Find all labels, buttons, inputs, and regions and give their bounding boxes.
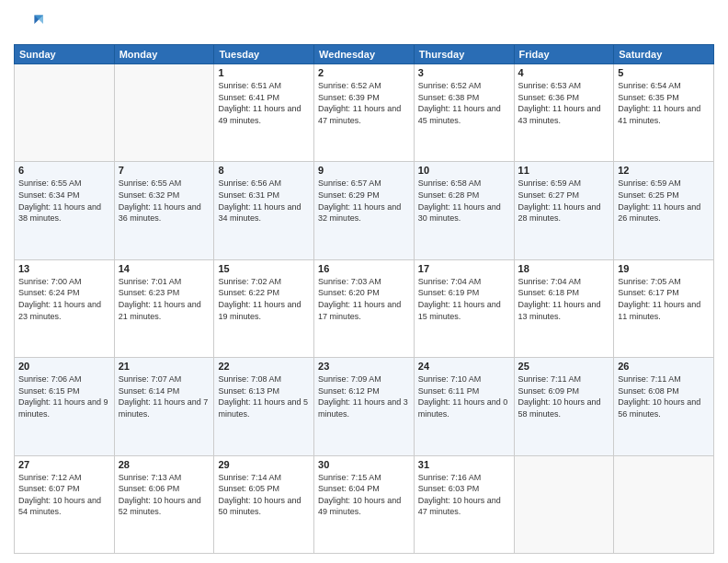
day-info: Sunrise: 6:53 AM Sunset: 6:36 PM Dayligh… (518, 80, 610, 126)
day-info: Sunrise: 7:11 AM Sunset: 6:09 PM Dayligh… (518, 373, 610, 419)
calendar-cell (614, 455, 714, 553)
calendar-cell: 9Sunrise: 6:57 AM Sunset: 6:29 PM Daylig… (314, 162, 415, 259)
calendar-cell: 4Sunrise: 6:53 AM Sunset: 6:36 PM Daylig… (514, 64, 614, 162)
day-number: 8 (218, 165, 310, 176)
day-number: 6 (18, 165, 110, 176)
calendar-cell (15, 64, 115, 162)
day-info: Sunrise: 6:59 AM Sunset: 6:27 PM Dayligh… (518, 178, 610, 224)
calendar-cell: 30Sunrise: 7:15 AM Sunset: 6:04 PM Dayli… (314, 455, 415, 553)
day-info: Sunrise: 6:52 AM Sunset: 6:38 PM Dayligh… (418, 80, 510, 126)
calendar-cell: 1Sunrise: 6:51 AM Sunset: 6:41 PM Daylig… (214, 64, 314, 162)
day-number: 14 (119, 263, 210, 274)
calendar-cell: 18Sunrise: 7:04 AM Sunset: 6:18 PM Dayli… (514, 259, 614, 357)
calendar-row: 6Sunrise: 6:55 AM Sunset: 6:34 PM Daylig… (15, 162, 714, 259)
calendar-cell: 13Sunrise: 7:00 AM Sunset: 6:24 PM Dayli… (15, 259, 115, 357)
weekday-thursday: Thursday (414, 45, 514, 64)
day-info: Sunrise: 7:12 AM Sunset: 6:07 PM Dayligh… (18, 472, 110, 518)
weekday-sunday: Sunday (15, 45, 115, 64)
day-info: Sunrise: 6:51 AM Sunset: 6:41 PM Dayligh… (218, 80, 310, 126)
calendar-cell: 17Sunrise: 7:04 AM Sunset: 6:19 PM Dayli… (414, 259, 514, 357)
day-number: 16 (318, 263, 410, 274)
day-number: 28 (119, 459, 210, 470)
calendar-cell: 27Sunrise: 7:12 AM Sunset: 6:07 PM Dayli… (15, 455, 115, 553)
day-info: Sunrise: 7:01 AM Sunset: 6:23 PM Dayligh… (119, 276, 210, 322)
calendar-cell: 2Sunrise: 6:52 AM Sunset: 6:39 PM Daylig… (314, 64, 415, 162)
calendar-cell: 20Sunrise: 7:06 AM Sunset: 6:15 PM Dayli… (15, 358, 115, 455)
day-info: Sunrise: 6:54 AM Sunset: 6:35 PM Dayligh… (618, 80, 710, 126)
calendar-row: 20Sunrise: 7:06 AM Sunset: 6:15 PM Dayli… (15, 358, 714, 455)
day-number: 20 (18, 361, 110, 372)
calendar-cell: 19Sunrise: 7:05 AM Sunset: 6:17 PM Dayli… (614, 259, 714, 357)
day-number: 4 (518, 67, 610, 78)
calendar-cell: 31Sunrise: 7:16 AM Sunset: 6:03 PM Dayli… (414, 455, 514, 553)
day-number: 18 (518, 263, 610, 274)
calendar-cell: 22Sunrise: 7:08 AM Sunset: 6:13 PM Dayli… (214, 358, 314, 455)
day-number: 2 (318, 67, 410, 78)
day-number: 21 (119, 361, 210, 372)
calendar-cell: 8Sunrise: 6:56 AM Sunset: 6:31 PM Daylig… (214, 162, 314, 259)
weekday-wednesday: Wednesday (314, 45, 415, 64)
day-number: 10 (418, 165, 510, 176)
day-number: 3 (418, 67, 510, 78)
day-info: Sunrise: 7:16 AM Sunset: 6:03 PM Dayligh… (418, 472, 510, 518)
day-info: Sunrise: 7:02 AM Sunset: 6:22 PM Dayligh… (218, 276, 310, 322)
calendar-cell: 3Sunrise: 6:52 AM Sunset: 6:38 PM Daylig… (414, 64, 514, 162)
weekday-friday: Friday (514, 45, 614, 64)
day-info: Sunrise: 7:15 AM Sunset: 6:04 PM Dayligh… (318, 472, 410, 518)
calendar-cell: 24Sunrise: 7:10 AM Sunset: 6:11 PM Dayli… (414, 358, 514, 455)
calendar-cell: 11Sunrise: 6:59 AM Sunset: 6:27 PM Dayli… (514, 162, 614, 259)
calendar-cell: 25Sunrise: 7:11 AM Sunset: 6:09 PM Dayli… (514, 358, 614, 455)
calendar-cell: 26Sunrise: 7:11 AM Sunset: 6:08 PM Dayli… (614, 358, 714, 455)
calendar-table: SundayMondayTuesdayWednesdayThursdayFrid… (14, 44, 714, 554)
day-info: Sunrise: 6:57 AM Sunset: 6:29 PM Dayligh… (318, 178, 410, 224)
page: SundayMondayTuesdayWednesdayThursdayFrid… (0, 0, 728, 563)
day-number: 9 (318, 165, 410, 176)
day-info: Sunrise: 6:59 AM Sunset: 6:25 PM Dayligh… (618, 178, 710, 224)
day-number: 11 (518, 165, 610, 176)
day-number: 29 (218, 459, 310, 470)
day-info: Sunrise: 6:55 AM Sunset: 6:34 PM Dayligh… (18, 178, 110, 224)
day-info: Sunrise: 7:05 AM Sunset: 6:17 PM Dayligh… (618, 276, 710, 322)
logo (14, 9, 47, 39)
day-info: Sunrise: 6:56 AM Sunset: 6:31 PM Dayligh… (218, 178, 310, 224)
day-number: 15 (218, 263, 310, 274)
day-number: 25 (518, 361, 610, 372)
calendar-row: 27Sunrise: 7:12 AM Sunset: 6:07 PM Dayli… (15, 455, 714, 553)
day-info: Sunrise: 7:07 AM Sunset: 6:14 PM Dayligh… (119, 373, 210, 419)
day-info: Sunrise: 7:06 AM Sunset: 6:15 PM Dayligh… (18, 373, 110, 419)
day-info: Sunrise: 7:03 AM Sunset: 6:20 PM Dayligh… (318, 276, 410, 322)
day-info: Sunrise: 7:13 AM Sunset: 6:06 PM Dayligh… (119, 472, 210, 518)
weekday-header-row: SundayMondayTuesdayWednesdayThursdayFrid… (15, 45, 714, 64)
calendar-row: 1Sunrise: 6:51 AM Sunset: 6:41 PM Daylig… (15, 64, 714, 162)
day-number: 26 (618, 361, 710, 372)
day-info: Sunrise: 6:52 AM Sunset: 6:39 PM Dayligh… (318, 80, 410, 126)
calendar-cell: 21Sunrise: 7:07 AM Sunset: 6:14 PM Dayli… (114, 358, 214, 455)
day-info: Sunrise: 7:10 AM Sunset: 6:11 PM Dayligh… (418, 373, 510, 419)
calendar-cell: 29Sunrise: 7:14 AM Sunset: 6:05 PM Dayli… (214, 455, 314, 553)
day-info: Sunrise: 7:11 AM Sunset: 6:08 PM Dayligh… (618, 373, 710, 419)
weekday-saturday: Saturday (614, 45, 714, 64)
calendar-cell: 16Sunrise: 7:03 AM Sunset: 6:20 PM Dayli… (314, 259, 415, 357)
day-info: Sunrise: 7:08 AM Sunset: 6:13 PM Dayligh… (218, 373, 310, 419)
calendar-cell: 6Sunrise: 6:55 AM Sunset: 6:34 PM Daylig… (15, 162, 115, 259)
day-info: Sunrise: 6:55 AM Sunset: 6:32 PM Dayligh… (119, 178, 210, 224)
calendar-cell (114, 64, 214, 162)
day-number: 24 (418, 361, 510, 372)
logo-icon (14, 9, 43, 39)
calendar-cell: 14Sunrise: 7:01 AM Sunset: 6:23 PM Dayli… (114, 259, 214, 357)
calendar-cell: 15Sunrise: 7:02 AM Sunset: 6:22 PM Dayli… (214, 259, 314, 357)
day-number: 17 (418, 263, 510, 274)
calendar-cell: 23Sunrise: 7:09 AM Sunset: 6:12 PM Dayli… (314, 358, 415, 455)
day-number: 5 (618, 67, 710, 78)
calendar-cell: 10Sunrise: 6:58 AM Sunset: 6:28 PM Dayli… (414, 162, 514, 259)
calendar-cell: 7Sunrise: 6:55 AM Sunset: 6:32 PM Daylig… (114, 162, 214, 259)
day-number: 27 (18, 459, 110, 470)
calendar-row: 13Sunrise: 7:00 AM Sunset: 6:24 PM Dayli… (15, 259, 714, 357)
calendar-cell: 12Sunrise: 6:59 AM Sunset: 6:25 PM Dayli… (614, 162, 714, 259)
weekday-tuesday: Tuesday (214, 45, 314, 64)
day-number: 30 (318, 459, 410, 470)
day-number: 19 (618, 263, 710, 274)
day-info: Sunrise: 7:14 AM Sunset: 6:05 PM Dayligh… (218, 472, 310, 518)
calendar-cell: 28Sunrise: 7:13 AM Sunset: 6:06 PM Dayli… (114, 455, 214, 553)
day-number: 13 (18, 263, 110, 274)
